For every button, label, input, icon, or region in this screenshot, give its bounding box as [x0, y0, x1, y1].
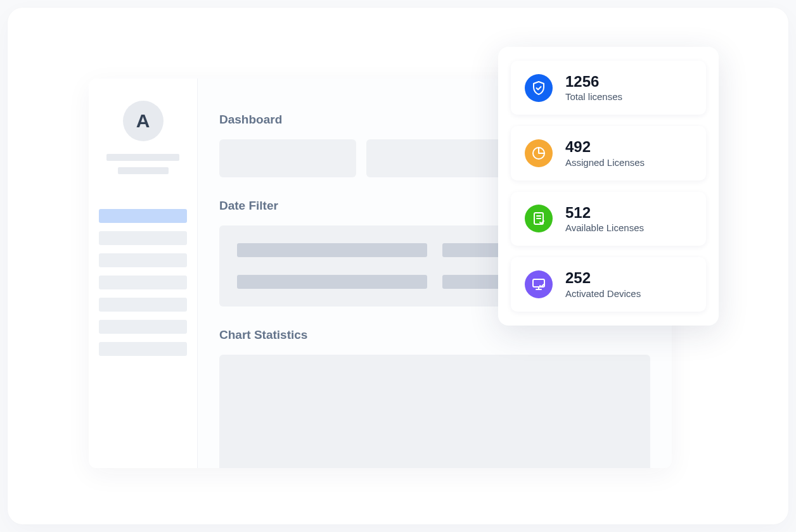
date-filter-field[interactable]	[237, 275, 427, 289]
stat-text: 492 Assigned Licenses	[565, 139, 645, 167]
sidebar: A	[89, 79, 198, 468]
stat-value: 512	[565, 205, 644, 221]
user-name-placeholder	[106, 154, 179, 161]
stat-card-assigned-licenses[interactable]: 492 Assigned Licenses	[511, 126, 706, 180]
nav	[89, 209, 197, 356]
stat-value: 1256	[565, 73, 622, 90]
stat-value: 252	[565, 270, 641, 286]
shield-check-icon	[525, 74, 553, 102]
stat-value: 492	[565, 139, 645, 155]
outer-frame: A Dashboard Date F	[8, 8, 788, 524]
nav-item[interactable]	[99, 253, 187, 267]
nav-item-active[interactable]	[99, 209, 187, 223]
nav-item[interactable]	[99, 276, 187, 289]
user-role-placeholder	[118, 167, 169, 174]
dashboard-card-placeholder	[219, 139, 356, 177]
avatar-initial: A	[136, 110, 150, 132]
stat-label: Total licenses	[565, 91, 622, 102]
stats-panel: 1256 Total licenses 492 Assigned License…	[498, 47, 719, 326]
pie-icon	[525, 139, 553, 167]
stat-card-activated-devices[interactable]: 252 Activated Devices	[511, 257, 706, 311]
stat-label: Available Licenses	[565, 222, 644, 233]
date-filter-field[interactable]	[237, 243, 427, 257]
nav-item[interactable]	[99, 298, 187, 312]
nav-item[interactable]	[99, 320, 187, 334]
user-info	[106, 154, 179, 174]
dashboard-card-placeholder	[366, 139, 503, 177]
document-check-icon	[525, 205, 553, 232]
stat-label: Activated Devices	[565, 288, 641, 299]
chart-placeholder	[219, 355, 650, 468]
monitor-check-icon	[525, 270, 553, 298]
avatar[interactable]: A	[123, 101, 164, 141]
stat-card-available-licenses[interactable]: 512 Available Licenses	[511, 192, 706, 246]
nav-item[interactable]	[99, 231, 187, 245]
chart-statistics-title: Chart Statistics	[219, 328, 650, 342]
stat-card-total-licenses[interactable]: 1256 Total licenses	[511, 61, 706, 115]
stat-text: 512 Available Licenses	[565, 205, 644, 233]
stat-text: 252 Activated Devices	[565, 270, 641, 298]
stat-text: 1256 Total licenses	[565, 73, 622, 102]
stat-label: Assigned Licenses	[565, 157, 645, 168]
nav-item[interactable]	[99, 342, 187, 356]
